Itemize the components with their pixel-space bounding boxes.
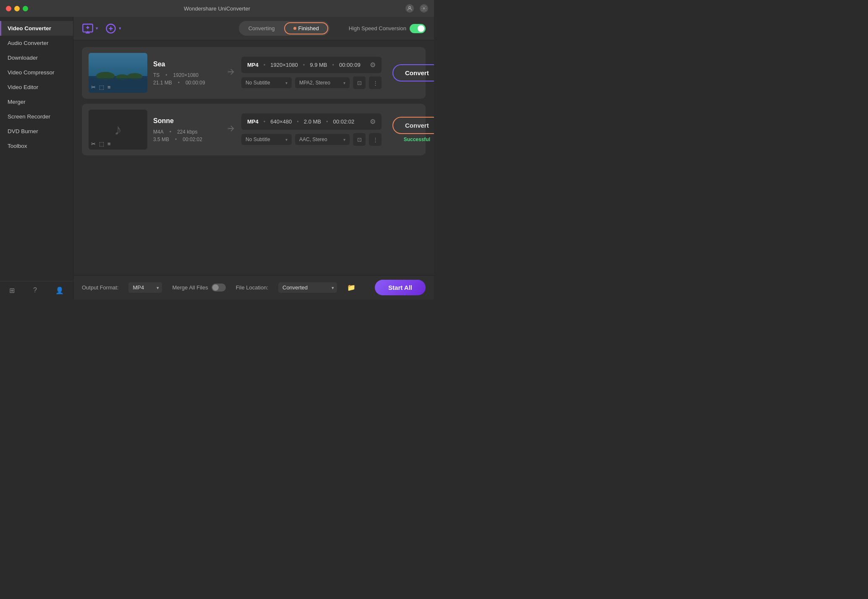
high-speed-section: High Speed Conversion [349,24,426,33]
out-resolution-sonne: 640×480 [270,118,292,125]
merge-toggle-switch[interactable] [212,284,226,292]
effects-icon-sonne[interactable]: ≡ [107,141,111,147]
file-meta-sea: TS • 1920×1080 21.1 MB • 00:00:09 [153,72,220,86]
sidebar-item-screen-recorder[interactable]: Screen Recorder [0,109,73,124]
traffic-lights [6,6,28,11]
gear-icon-sea[interactable]: ⚙ [370,61,376,69]
sidebar-item-downloader[interactable]: Downloader [0,50,73,65]
sidebar-item-video-converter[interactable]: Video Converter [0,21,73,36]
svg-point-0 [409,6,411,8]
file-location-select[interactable]: Converted Desktop Downloads [278,282,337,293]
out-size-sonne: 2.0 MB [304,118,321,125]
sidebar-item-video-compressor[interactable]: Video Compressor [0,65,73,80]
crop-icon-sonne[interactable]: ⬚ [99,141,104,147]
fullscreen-button[interactable] [23,6,28,11]
high-speed-toggle[interactable] [410,24,426,33]
merge-label: Merge All Files [172,284,208,291]
start-all-button[interactable]: Start All [375,280,426,295]
convert-arrow-sonne [226,124,235,135]
subtitle-row-sonne: No Subtitle ▾ AAC, Stereo ▾ ⊡ ⋮ [241,133,382,146]
user-icon[interactable] [405,4,414,13]
src-size-sonne: 3.5 MB [153,137,169,142]
trim-icon[interactable]: ✂ [91,84,96,90]
svg-rect-12 [89,53,147,76]
sidebar: Video Converter Audio Converter Download… [0,17,73,300]
file-thumb-sonne: ♪ ✂ ⬚ ≡ [89,110,147,150]
trim-icon-sonne[interactable]: ✂ [91,141,96,147]
out-format-sonne: MP4 [247,118,259,125]
add-video-button[interactable]: ▾ [82,23,98,34]
tab-switcher: Converting Finished [239,21,329,36]
app-title: Wondershare UniConverter [184,5,250,12]
effects-icon[interactable]: ≡ [107,84,111,90]
gear-icon-sonne[interactable]: ⚙ [370,118,376,126]
tab-finished[interactable]: Finished [284,22,328,34]
title-bar-icons [405,4,428,13]
file-location-wrapper[interactable]: Converted Desktop Downloads [278,282,337,293]
success-label-sonne: Successful [404,137,430,142]
convert-button-sea[interactable]: Convert [392,64,434,81]
convert-arrow-sea [226,67,235,79]
merge-all-files-section: Merge All Files [172,284,225,292]
sidebar-item-merger[interactable]: Merger [0,95,73,109]
audio-value-sea: MPA2, Stereo [299,80,330,86]
folder-icon[interactable]: 📁 [347,284,356,292]
close-button[interactable] [6,6,11,11]
preview-icon-sea[interactable]: ⊡ [353,76,366,89]
sidebar-bottom-help-icon[interactable]: ? [33,286,37,294]
more-icon-sea[interactable]: ⋮ [369,76,382,89]
settings-icon[interactable] [420,4,428,13]
file-location-label: File Location: [236,284,268,291]
file-name-sonne: Sonne [153,117,220,125]
title-bar: Wondershare UniConverter [0,0,434,17]
file-info-sonne: Sonne M4A • 224 kbps 3.5 MB • 00:02:02 [153,117,220,142]
finished-dot [293,27,296,30]
svg-point-1 [423,8,425,9]
sidebar-bottom-users-icon[interactable]: 👤 [55,286,64,294]
tab-converting[interactable]: Converting [240,23,283,34]
more-icon-sonne[interactable]: ⋮ [369,133,382,146]
sidebar-item-video-editor[interactable]: Video Editor [0,80,73,95]
subtitle-row-sea: No Subtitle ▾ MPA2, Stereo ▾ ⊡ ⋮ [241,76,382,89]
file-info-sea: Sea TS • 1920×1080 21.1 MB • 00:00:09 [153,60,220,86]
sidebar-item-dvd-burner[interactable]: DVD Burner [0,124,73,139]
src-duration-sonne: 00:02:02 [183,137,202,142]
src-resolution-sea: 1920×1080 [173,72,199,78]
toggle-knob [418,25,424,32]
src-resolution-sonne: 224 kbps [177,129,198,135]
sidebar-bottom-panels-icon[interactable]: ⊞ [9,286,15,294]
bottom-bar: Output Format: MP4 MKV AVI MOV Merge All… [73,275,434,300]
crop-icon[interactable]: ⬚ [99,84,104,90]
add-subtitle-button[interactable]: ▾ [105,23,121,34]
convert-button-sonne[interactable]: Convert [392,117,434,134]
audio-select-sea[interactable]: MPA2, Stereo ▾ [295,77,350,88]
output-format-select[interactable]: MP4 MKV AVI MOV [128,282,162,293]
out-resolution-sea: 1920×1080 [270,62,298,68]
subtitle-select-sonne[interactable]: No Subtitle ▾ [241,134,292,145]
convert-btn-area-sonne: Convert Successful [392,117,434,142]
file-card-sea: ✂ ⬚ ≡ Sea TS • 1920×1080 21.1 [82,47,426,99]
add-subtitle-chevron: ▾ [119,26,121,31]
sidebar-item-toolbox[interactable]: Toolbox [0,139,73,153]
thumb-actions-sea: ✂ ⬚ ≡ [91,84,111,90]
out-format-sea: MP4 [247,62,259,68]
output-format-wrapper[interactable]: MP4 MKV AVI MOV [128,282,162,293]
output-format-row-sea: MP4 • 1920×1080 • 9.9 MB • 00:00:09 ⚙ [241,57,382,73]
out-size-sea: 9.9 MB [310,62,327,68]
audio-select-sonne[interactable]: AAC, Stereo ▾ [295,134,350,145]
sidebar-item-audio-converter[interactable]: Audio Converter [0,36,73,50]
src-duration-sea: 00:00:09 [186,80,205,86]
subtitle-value-sea: No Subtitle [246,80,270,86]
music-note-icon: ♪ [114,121,122,139]
output-format-row-sonne: MP4 • 640×480 • 2.0 MB • 00:02:02 ⚙ [241,113,382,130]
file-card-sonne: ♪ ✂ ⬚ ≡ Sonne M4A • 224 kbps [82,104,426,155]
minimize-button[interactable] [14,6,20,11]
sidebar-bottom: ⊞ ? 👤 [0,281,73,300]
src-format-sea: TS [153,72,159,78]
output-section-sonne: MP4 • 640×480 • 2.0 MB • 00:02:02 ⚙ No S… [241,113,382,146]
file-name-sea: Sea [153,60,220,68]
src-size-sea: 21.1 MB [153,80,172,86]
preview-icon-sonne[interactable]: ⊡ [353,133,366,146]
subtitle-select-sea[interactable]: No Subtitle ▾ [241,77,292,88]
file-list: ✂ ⬚ ≡ Sea TS • 1920×1080 21.1 [73,40,434,275]
